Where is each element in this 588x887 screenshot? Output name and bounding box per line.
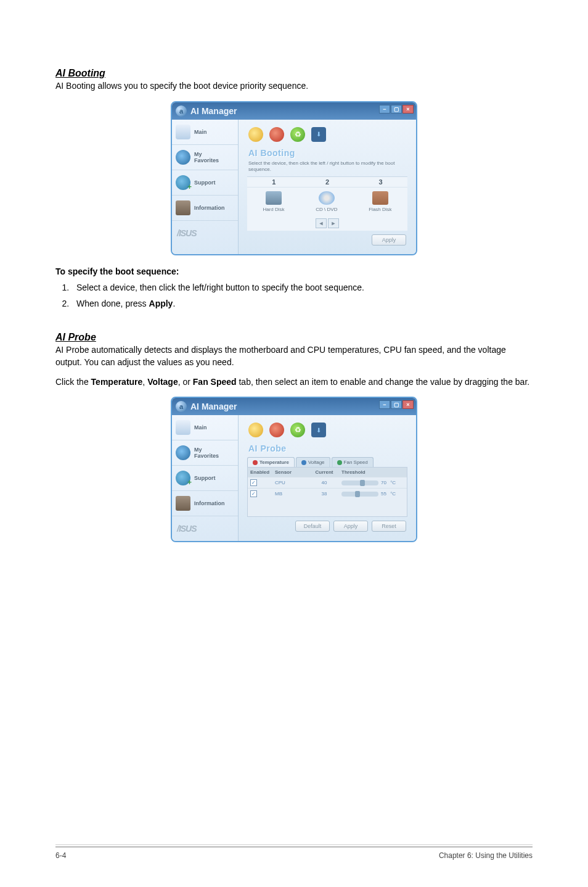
titlebar: a AI Manager − ▢ × [172, 398, 416, 415]
sidebar-item-support[interactable]: Support [172, 466, 238, 491]
sidebar-item-favorites[interactable]: My Favorites [172, 440, 238, 466]
information-icon [176, 200, 190, 215]
toolbar [245, 125, 410, 147]
support-icon [176, 175, 190, 190]
main-icon [176, 420, 190, 435]
minimize-button[interactable]: − [379, 105, 390, 113]
boot-device-cd[interactable]: CD \ DVD [316, 191, 337, 212]
section-title-ai-booting: AI Booting [55, 68, 533, 79]
sidebar-item-support[interactable]: Support [172, 170, 238, 196]
sidebar-label: Information [194, 205, 225, 211]
boot-num: 3 [379, 178, 383, 186]
device-label: Hard Disk [263, 207, 284, 212]
temperature-icon [253, 460, 258, 465]
boot-device-flash[interactable]: Flash Disk [369, 191, 391, 212]
sidebar-item-favorites[interactable]: My Favorites [172, 145, 238, 170]
boot-device-hdd[interactable]: Hard Disk [263, 191, 284, 212]
tool-icon-2[interactable] [269, 423, 284, 437]
move-right-button[interactable]: ► [328, 218, 339, 228]
device-label: Flash Disk [369, 207, 391, 212]
sidebar-item-main[interactable]: Main [172, 415, 238, 440]
titlebar: a AI Manager − ▢ × [172, 102, 416, 120]
app-logo-icon: a [176, 401, 187, 412]
brand-mark: /ISUS [172, 221, 238, 245]
col-enabled: Enabled [248, 468, 272, 477]
page-footer: 6-4 Chapter 6: Using the Utilities [55, 846, 533, 860]
enable-checkbox[interactable]: ✓ [250, 479, 257, 486]
sensor-name: CPU [272, 478, 309, 487]
tool-icon-3[interactable] [290, 127, 305, 142]
tab-fan-speed[interactable]: Fan Speed [332, 457, 374, 467]
app-window-probe: a AI Manager − ▢ × Main My Favorites [171, 397, 417, 542]
app-title: AI Manager [190, 106, 237, 116]
fan-speed-icon [337, 460, 342, 465]
sidebar-label: Main [194, 424, 207, 431]
brand-mark: /ISUS [172, 516, 238, 541]
device-label: CD \ DVD [316, 207, 337, 212]
sensor-name: MB [272, 489, 309, 498]
apply-button[interactable]: Apply [372, 234, 406, 245]
boot-sequence-numbers: 1 2 3 [247, 177, 407, 188]
tab-temperature[interactable]: Temperature [247, 457, 295, 467]
cd-dvd-icon [319, 191, 335, 205]
chapter-title: Chapter 6: Using the Utilities [439, 851, 533, 860]
default-button[interactable]: Default [295, 521, 330, 532]
current-value: 38 [309, 489, 339, 498]
tool-icon-3[interactable] [290, 423, 305, 437]
maximize-button[interactable]: ▢ [391, 105, 402, 113]
intro-ai-booting: AI Booting allows you to specify the boo… [55, 80, 533, 93]
current-value: 40 [309, 478, 339, 487]
content-boot: AI Booting Select the device, then click… [239, 120, 416, 255]
tab-voltage[interactable]: Voltage [296, 457, 330, 467]
tool-icon-4[interactable] [311, 127, 326, 142]
sidebar-label: Information [194, 500, 225, 506]
main-icon [176, 125, 190, 139]
minimize-button[interactable]: − [379, 400, 390, 409]
sidebar-label: Main [194, 129, 207, 135]
information-icon [176, 496, 190, 511]
close-button[interactable]: × [402, 105, 414, 113]
app-logo-icon: a [176, 105, 187, 117]
favorites-icon [176, 445, 190, 460]
panel-title-probe: AI Probe [245, 442, 410, 456]
maximize-button[interactable]: ▢ [391, 400, 402, 409]
tool-icon-4[interactable] [311, 423, 326, 437]
col-sensor: Sensor [272, 468, 309, 477]
content-probe: AI Probe Temperature Voltage Fan Speed E… [239, 415, 416, 541]
apply-button[interactable]: Apply [333, 521, 368, 532]
flash-disk-icon [372, 191, 388, 205]
enable-checkbox[interactable]: ✓ [250, 490, 257, 497]
screenshot-ai-booting: a AI Manager − ▢ × Main My Favorites [55, 101, 533, 256]
sidebar-label: My Favorites [194, 447, 219, 459]
tool-icon-1[interactable] [248, 423, 263, 437]
probe-table: Enabled Sensor Current Threshold ✓ CPU 4… [247, 467, 407, 517]
threshold-value: 70 [381, 480, 386, 485]
sidebar: Main My Favorites Support Information /I… [172, 415, 239, 541]
tool-icon-1[interactable] [248, 127, 263, 142]
panel-desc-boot: Select the device, then click the left /… [245, 160, 410, 177]
app-title: AI Manager [190, 402, 237, 411]
sidebar-label: Support [194, 475, 216, 481]
sidebar-label: My Favorites [194, 151, 219, 163]
sidebar-item-main[interactable]: Main [172, 120, 238, 145]
boot-num: 1 [272, 178, 276, 186]
subheading-boot-sequence: To specify the boot sequence: [55, 266, 533, 276]
threshold-slider[interactable] [341, 481, 378, 485]
sidebar-item-information[interactable]: Information [172, 196, 238, 221]
steps-list: Select a device, then click the left/rig… [55, 283, 533, 308]
section-title-ai-probe: AI Probe [55, 332, 533, 343]
close-button[interactable]: × [402, 400, 414, 409]
intro-ai-probe: AI Probe automatically detects and displ… [55, 344, 533, 368]
boot-num: 2 [325, 178, 329, 186]
tool-icon-2[interactable] [269, 127, 284, 142]
instruction-ai-probe: Click the Temperature, Voltage, or Fan S… [55, 376, 533, 389]
page-number: 6-4 [55, 851, 66, 860]
reset-button[interactable]: Reset [372, 521, 406, 532]
panel-title-boot: AI Booting [245, 147, 410, 160]
sidebar-item-information[interactable]: Information [172, 491, 238, 516]
threshold-slider[interactable] [341, 492, 378, 497]
step-2: When done, press Apply. [71, 299, 533, 308]
move-left-button[interactable]: ◄ [316, 218, 327, 228]
threshold-value: 55 [381, 491, 386, 497]
table-row: ✓ CPU 40 70 °C [248, 477, 407, 488]
